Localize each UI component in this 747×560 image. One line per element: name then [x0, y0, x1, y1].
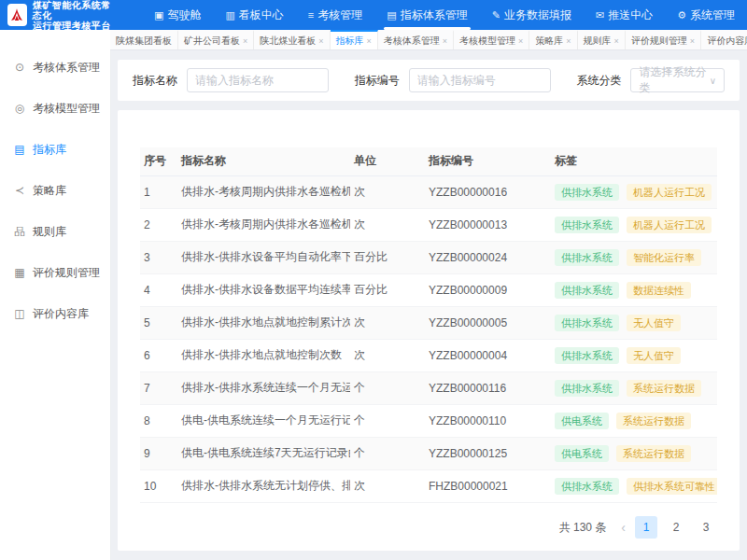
sidebar-item-label: 评价内容库 [33, 306, 89, 322]
close-icon[interactable]: × [243, 36, 247, 46]
page-tab[interactable]: 评价规则管理 × [626, 30, 701, 49]
indicator-code-input[interactable] [409, 68, 551, 92]
cell-tags: 供排水系统机器人运行工况 [551, 208, 717, 241]
evaluation-content-icon: ◫ [13, 307, 26, 320]
close-icon[interactable]: × [318, 36, 323, 46]
system-category-placeholder: 请选择系统分类 [639, 64, 716, 96]
total-count: 共 130 条 [559, 520, 607, 536]
pagination: 共 130 条 ‹ 1 2 3 [140, 504, 717, 551]
tag-badge: 供排水系统 [555, 282, 619, 299]
page-tab-label: 策略库 [535, 35, 563, 48]
table-row[interactable]: 3 供排水-供排水设备平均自动化率下降量 百分比 YZZB00000024 供排… [140, 241, 717, 273]
page-button[interactable]: 1 [635, 516, 657, 539]
page-tab-label: 考核体系管理 [384, 35, 440, 48]
sidebar-item[interactable]: ◫ 评价内容库 [0, 293, 110, 334]
indicator-name-label: 指标名称 [133, 73, 177, 89]
cell-indicator-code: FHZB00000021 [425, 469, 551, 502]
page-button[interactable]: 2 [665, 516, 687, 539]
page-button[interactable]: 3 [695, 516, 717, 539]
page-tab[interactable]: 评价内容库 × [701, 30, 747, 49]
main-content: 指标名称 指标编号 系统分类 请选择系统分类 ∨ 序号 [110, 50, 747, 560]
cell-unit: 百分比 [350, 241, 425, 273]
header-nav-item[interactable]: ▤ 指标体系管理 [374, 0, 479, 30]
tag-badge: 系统运行数据 [616, 413, 691, 429]
table-row[interactable]: 2 供排水-考核周期内供排水各巡检机器人巡检状... 次 YZZB0000001… [140, 208, 717, 241]
evaluation-rule-icon: ▦ [13, 266, 26, 279]
indicator-code-label: 指标编号 [355, 73, 400, 89]
cell-index: 5 [140, 306, 177, 339]
chevron-left-icon[interactable]: ‹ [619, 520, 627, 535]
sidebar-item[interactable]: ▦ 评价规则管理 [0, 252, 110, 293]
header-nav-item[interactable]: ✉ 推送中心 [584, 0, 665, 30]
cell-unit: 次 [350, 306, 425, 339]
nav-label: 系统管理 [690, 7, 735, 23]
cell-index: 3 [140, 241, 177, 273]
close-icon[interactable]: × [566, 36, 571, 46]
table-row[interactable]: 1 供排水-考核周期内供排水各巡检机器人未巡检... 次 YZZB0000001… [140, 175, 717, 208]
header-nav-item[interactable]: ≡ 考核管理 [296, 0, 374, 30]
table-row[interactable]: 6 供排水-供排水地点就地控制次数 次 YZZB00000004 供排水系统无人… [140, 339, 717, 371]
sidebar-item[interactable]: 品 规则库 [0, 211, 110, 252]
sidebar-item[interactable]: ≺ 策略库 [0, 170, 110, 211]
assessment-model-icon: ◎ [13, 102, 26, 115]
page-tab[interactable]: 陕北煤业看板 × [254, 30, 330, 49]
tag-badge: 供电系统 [555, 413, 609, 429]
system-category-select[interactable]: 请选择系统分类 ∨ [630, 68, 725, 92]
cell-tags: 供排水系统系统运行数据 [551, 371, 717, 404]
sidebar-item[interactable]: ◎ 考核模型管理 [0, 88, 110, 129]
data-entry-icon: ✎ [492, 9, 500, 21]
assessment-manage-icon: ≡ [308, 9, 314, 21]
page-tab[interactable]: 考核模型管理 × [454, 30, 529, 49]
col-header-index: 序号 [140, 147, 177, 175]
page-tab[interactable]: 规则库 × [578, 30, 626, 49]
cell-index: 10 [140, 469, 177, 502]
sidebar-item[interactable]: ▤ 指标库 [0, 129, 110, 170]
tag-badge: 数据连续性 [627, 282, 691, 299]
page-tab[interactable]: 指标库 × [331, 30, 378, 49]
page-tab[interactable]: 考核体系管理 × [378, 30, 454, 49]
page-tab-label: 矿井公司看板 [184, 35, 240, 48]
close-icon[interactable]: × [518, 36, 523, 46]
table-row[interactable]: 5 供排水-供排水地点就地控制累计次数 次 YZZB00000005 供排水系统… [140, 306, 717, 339]
nav-label: 驾驶舱 [167, 7, 201, 23]
header-nav-item[interactable]: ✎ 业务数据填报 [480, 0, 584, 30]
page-tab[interactable]: 矿井公司看板 × [178, 30, 254, 49]
indicator-table: 序号 指标名称 单位 指标编号 标签 1 供排水-考核周期内供排水各巡检机器 [140, 147, 717, 503]
sidebar-item-label: 指标库 [33, 142, 66, 158]
close-icon[interactable]: × [614, 36, 619, 46]
table-row[interactable]: 9 供电-供电系统连续7天无运行记录的设备个数 个 YZZB00000125 供… [140, 437, 717, 469]
cell-indicator-name: 供排水-供排水设备平均自动化率下降量 [177, 241, 350, 273]
cell-indicator-code: YZZB00000016 [425, 175, 551, 208]
col-header-name: 指标名称 [177, 147, 350, 175]
table-row[interactable]: 8 供电-供电系统连续一个月无运行记录的设备个数 个 YZZB00000110 … [140, 404, 717, 437]
header-nav-item[interactable]: ▥ 看板中心 [213, 0, 295, 30]
close-icon[interactable]: × [690, 36, 695, 46]
cell-index: 4 [140, 273, 177, 306]
page-tab-label: 指标库 [336, 35, 364, 48]
cell-indicator-name: 供电-供电系统连续7天无运行记录的设备个数 [177, 437, 350, 469]
cell-indicator-name: 供排水-供排水设备数据平均连续率下降量 [177, 273, 350, 306]
indicator-name-input[interactable] [187, 68, 329, 92]
tag-badge: 供电系统 [555, 445, 609, 462]
page-tab[interactable]: 策略库 × [529, 30, 577, 49]
cell-indicator-name: 供排水-供排水地点就地控制次数 [177, 339, 350, 371]
tag-badge: 供排水系统 [555, 184, 619, 201]
table-row[interactable]: 4 供排水-供排水设备数据平均连续率下降量 百分比 YZZB00000009 供… [140, 273, 717, 306]
header-nav-item[interactable]: ▣ 驾驶舱 [142, 0, 213, 30]
indicator-table-card: 序号 指标名称 单位 指标编号 标签 1 供排水-考核周期内供排水各巡检机器 [118, 110, 740, 551]
col-header-tags: 标签 [551, 147, 717, 175]
close-icon[interactable]: × [443, 36, 447, 46]
cell-indicator-name: 供排水-考核周期内供排水各巡检机器人未巡检... [177, 175, 350, 208]
nav-label: 指标体系管理 [401, 7, 468, 23]
page-tab[interactable]: 陕煤集团看板 [110, 30, 178, 49]
table-row[interactable]: 7 供排水-供排水系统连续一个月无运行记录的设... 个 YZZB0000011… [140, 371, 717, 404]
sidebar-item[interactable]: ⊙ 考核体系管理 [0, 47, 110, 88]
push-center-icon: ✉ [596, 9, 604, 21]
close-icon[interactable]: × [367, 36, 372, 46]
app-title: 煤矿智能化系统常态化 运行管理考核平台 [33, 0, 118, 31]
cell-indicator-name: 供排水-供排水地点就地控制累计次数 [177, 306, 350, 339]
header-nav-item[interactable]: ⚙ 系统管理 [665, 0, 747, 30]
page-tab-label: 考核模型管理 [459, 35, 515, 48]
table-row[interactable]: 10 供排水-供排水系统无计划停供、排水次数 次 FHZB00000021 供排… [140, 469, 717, 502]
cell-indicator-code: YZZB00000116 [425, 371, 551, 404]
